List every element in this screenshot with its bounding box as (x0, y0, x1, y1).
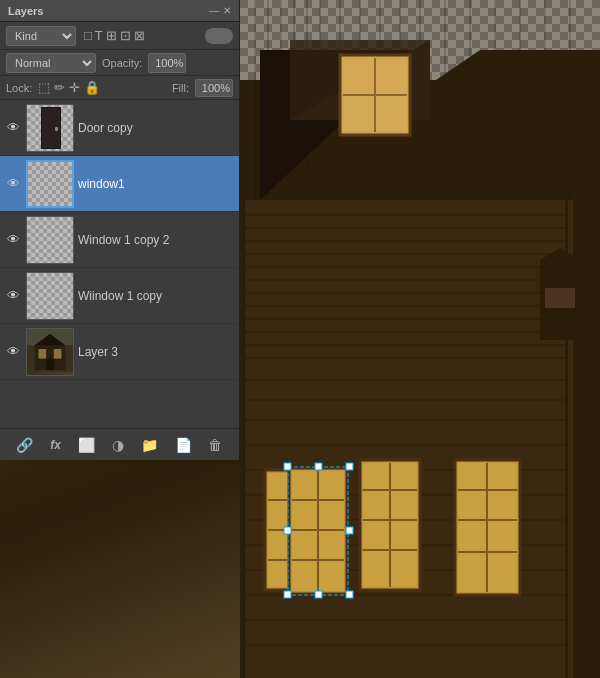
layer-visibility-window1copy[interactable]: 👁 (4, 287, 22, 305)
link-layers-icon[interactable]: 🔗 (12, 435, 37, 455)
lock-paint-icon[interactable]: ✏ (54, 80, 65, 95)
thumb-bg (28, 162, 72, 206)
pixel-filter-icon[interactable]: □ (84, 28, 92, 43)
new-layer-icon[interactable]: 📄 (171, 435, 196, 455)
layer-name: Window 1 copy 2 (78, 233, 235, 247)
layer-thumbnail-window1 (26, 160, 74, 208)
fill-label: Fill: (172, 82, 189, 94)
layers-panel: Layers — ✕ Kind □ T ⊞ ⊡ ⊠ Normal Opacity… (0, 0, 240, 460)
thumb-bg (27, 273, 73, 319)
svg-rect-106 (39, 349, 47, 359)
svg-rect-93 (346, 463, 353, 470)
close-icon[interactable]: ✕ (223, 5, 231, 16)
layer-visibility-window1copy2[interactable]: 👁 (4, 231, 22, 249)
layer-thumbnail-window1copy (26, 272, 74, 320)
opacity-label: Opacity: (102, 57, 142, 69)
add-mask-icon[interactable]: ⬜ (74, 435, 99, 455)
eye-icon: 👁 (7, 176, 20, 191)
thumb-bg (27, 105, 73, 151)
svg-rect-95 (346, 527, 353, 534)
new-group-icon[interactable]: 📁 (137, 435, 162, 455)
layer-name: Wiindow 1 copy (78, 289, 235, 303)
adjustment-layer-icon[interactable]: ◑ (108, 435, 128, 455)
svg-rect-98 (346, 591, 353, 598)
lock-icons: ⬚ ✏ ✛ 🔒 (38, 80, 100, 95)
layer-item[interactable]: 👁 Door copy (0, 100, 239, 156)
fx-icon[interactable]: fx (46, 436, 65, 454)
eye-icon: 👁 (7, 120, 20, 135)
delete-layer-icon[interactable]: 🗑 (204, 435, 226, 455)
minimize-icon[interactable]: — (209, 5, 219, 16)
layer-visibility-window1[interactable]: 👁 (4, 175, 22, 193)
svg-rect-88 (545, 288, 575, 308)
eye-icon: 👁 (7, 232, 20, 247)
svg-rect-108 (46, 358, 54, 370)
shape-filter-icon[interactable]: ⊞ (106, 28, 117, 43)
filter-toggle[interactable] (205, 28, 233, 44)
panel-title: Layers (8, 5, 43, 17)
layer-item[interactable]: 👁 (0, 324, 239, 380)
svg-rect-92 (315, 463, 322, 470)
svg-rect-94 (284, 527, 291, 534)
thumb-bg (27, 329, 73, 375)
svg-rect-97 (315, 591, 322, 598)
lock-all-icon[interactable]: 🔒 (84, 80, 100, 95)
opacity-input[interactable] (148, 53, 186, 73)
layer-item[interactable]: 👁 Window 1 copy 2 (0, 212, 239, 268)
svg-rect-91 (284, 463, 291, 470)
panel-toolbar: 🔗 fx ⬜ ◑ 📁 📄 🗑 (0, 428, 239, 460)
layer-item[interactable]: 👁 Wiindow 1 copy (0, 268, 239, 324)
svg-rect-101 (55, 127, 58, 131)
eye-icon: 👁 (7, 288, 20, 303)
blend-mode-select[interactable]: Normal (6, 53, 96, 73)
panel-header: Layers — ✕ (0, 0, 239, 22)
layer-name: Door copy (78, 121, 235, 135)
layers-list: 👁 Door copy 👁 wi (0, 100, 239, 428)
layer-thumbnail-window1copy2 (26, 216, 74, 264)
eye-icon: 👁 (7, 344, 20, 359)
layer-item[interactable]: 👁 window1 (0, 156, 239, 212)
layer-name: window1 (78, 177, 235, 191)
color-filter-icon[interactable]: ⊠ (134, 28, 145, 43)
layer-thumbnail-layer3 (26, 328, 74, 376)
layer-visibility-layer3[interactable]: 👁 (4, 343, 22, 361)
text-filter-icon[interactable]: T (95, 28, 103, 43)
smart-filter-icon[interactable]: ⊡ (120, 28, 131, 43)
blend-mode-row: Normal Opacity: (0, 50, 239, 76)
panel-header-icons: — ✕ (209, 5, 231, 16)
layer-visibility-door-copy[interactable]: 👁 (4, 119, 22, 137)
layer-thumbnail-door-copy (26, 104, 74, 152)
lock-row: Lock: ⬚ ✏ ✛ 🔒 Fill: (0, 76, 239, 100)
layer-name: Layer 3 (78, 345, 235, 359)
filter-bar: Kind □ T ⊞ ⊡ ⊠ (0, 22, 239, 50)
svg-rect-107 (54, 349, 62, 359)
svg-rect-96 (284, 591, 291, 598)
filter-kind-select[interactable]: Kind (6, 26, 76, 46)
lock-label: Lock: (6, 82, 32, 94)
fill-input[interactable] (195, 79, 233, 97)
lock-transparent-icon[interactable]: ⬚ (38, 80, 50, 95)
thumb-bg (27, 217, 73, 263)
filter-icons: □ T ⊞ ⊡ ⊠ (84, 28, 145, 43)
lock-move-icon[interactable]: ✛ (69, 80, 80, 95)
